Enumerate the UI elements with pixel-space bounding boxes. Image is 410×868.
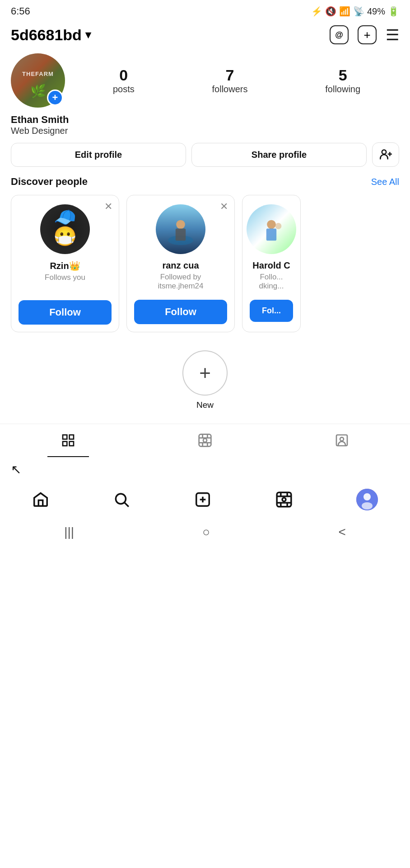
profile-info: Ethan Smith Web Designer [0, 112, 410, 142]
header-username[interactable]: 5d6681bd ▾ [11, 26, 91, 44]
new-story-button[interactable]: + New [11, 350, 399, 410]
profile-name: Ethan Smith [11, 114, 399, 126]
tab-reels[interactable] [184, 429, 226, 452]
following-count: 5 [339, 66, 347, 84]
svg-point-12 [203, 439, 207, 442]
discover-title: Discover people [11, 176, 88, 188]
stat-following[interactable]: 5 following [325, 66, 360, 94]
dropdown-icon[interactable]: ▾ [85, 28, 91, 41]
status-time: 6:56 [11, 5, 30, 17]
add-avatar-badge[interactable]: + [47, 90, 63, 106]
profile-stats: 0 posts 7 followers 5 following [74, 66, 399, 94]
profile-section: + 0 posts 7 followers 5 following [0, 49, 410, 112]
cursor-indicator: ↖ [11, 462, 21, 477]
follow-button-1[interactable]: Follow [19, 300, 112, 325]
nav-search-button[interactable] [113, 491, 130, 508]
cursor-row: ↖ [0, 458, 410, 481]
tab-tagged[interactable] [321, 429, 363, 452]
svg-line-22 [125, 503, 129, 507]
username-text: 5d6681bd [11, 26, 82, 44]
svg-point-35 [363, 493, 371, 500]
system-home-button[interactable]: ○ [202, 525, 210, 539]
svg-point-0 [382, 150, 386, 154]
following-label: following [325, 84, 360, 94]
tab-grid[interactable] [47, 429, 89, 452]
nav-bar [0, 481, 410, 518]
nav-add-button[interactable] [194, 491, 211, 508]
svg-point-20 [340, 437, 344, 441]
battery-label: 49% [367, 6, 385, 17]
add-post-button[interactable]: + [358, 25, 377, 44]
posts-count: 0 [119, 66, 128, 84]
discover-card-3: Harold C Follo...dking... Fol... [242, 195, 301, 332]
header: 5d6681bd ▾ @ + ☰ [0, 21, 410, 49]
share-profile-button[interactable]: Share profile [191, 143, 367, 167]
profile-bio: Web Designer [11, 126, 399, 136]
followers-label: followers [212, 84, 248, 94]
svg-rect-5 [266, 229, 276, 241]
see-all-button[interactable]: See All [371, 177, 399, 187]
mute-icon: 🔇 [325, 6, 336, 17]
stat-posts[interactable]: 0 posts [113, 66, 135, 94]
svg-point-4 [267, 220, 276, 229]
new-story-icon: + [199, 362, 211, 384]
svg-point-2 [176, 220, 185, 229]
nav-reels-button[interactable] [275, 491, 293, 508]
nav-profile-button[interactable] [356, 489, 378, 510]
system-nav: ||| ○ < [0, 518, 410, 543]
followers-count: 7 [226, 66, 234, 84]
header-icons: @ + ☰ [330, 25, 399, 44]
svg-rect-3 [176, 229, 186, 241]
action-buttons: Edit profile Share profile [0, 142, 410, 176]
nav-home-button[interactable] [32, 491, 49, 508]
follow-button-3[interactable]: Fol... [250, 300, 293, 322]
discover-scroll[interactable]: ✕ Rzin👑 Follows you Follow ✕ ranz cua Fo… [0, 195, 410, 341]
system-menu-button[interactable]: ||| [64, 525, 74, 539]
card-sub-1: Follows you [45, 273, 85, 293]
svg-point-6 [275, 223, 281, 229]
discover-card-2: ✕ ranz cua Followed byitsme.jhem24 Follo… [126, 195, 235, 332]
follow-button-2[interactable]: Follow [134, 300, 227, 324]
stories-section: + New [0, 341, 410, 424]
close-card-2[interactable]: ✕ [220, 201, 228, 212]
bluetooth-icon: ⚡ [311, 6, 322, 17]
svg-rect-11 [199, 434, 211, 447]
edit-profile-button[interactable]: Edit profile [11, 143, 186, 167]
card-sub-2: Followed byitsme.jhem24 [158, 273, 203, 292]
system-back-button[interactable]: < [338, 525, 345, 539]
discover-card-1: ✕ Rzin👑 Follows you Follow [11, 195, 119, 332]
status-bar: 6:56 ⚡ 🔇 📶 📡 49% 🔋 [0, 0, 410, 21]
card-avatar-3 [247, 204, 296, 254]
discover-header: Discover people See All [0, 176, 410, 195]
stat-followers[interactable]: 7 followers [212, 66, 248, 94]
posts-label: posts [113, 84, 135, 94]
content-tabs [0, 424, 410, 458]
card-sub-3: Follo...dking... [259, 273, 284, 292]
svg-point-27 [282, 498, 286, 501]
battery-icon: 🔋 [388, 6, 399, 17]
card-avatar-1 [40, 204, 90, 254]
svg-point-21 [116, 494, 126, 504]
card-name-3: Harold C [252, 260, 290, 271]
new-story-circle: + [182, 350, 228, 396]
svg-rect-9 [63, 442, 67, 446]
svg-rect-8 [70, 435, 74, 439]
threads-icon[interactable]: @ [330, 25, 349, 44]
svg-rect-26 [277, 492, 291, 507]
svg-point-36 [362, 502, 373, 509]
avatar-wrapper[interactable]: + [11, 53, 65, 108]
svg-rect-7 [63, 435, 67, 439]
new-story-label: New [196, 400, 214, 410]
svg-rect-10 [70, 442, 74, 446]
add-person-button[interactable] [372, 142, 399, 167]
card-avatar-2 [156, 204, 205, 254]
menu-icon[interactable]: ☰ [386, 26, 399, 44]
card-name-1: Rzin👑 [50, 260, 80, 271]
close-card-1[interactable]: ✕ [104, 201, 112, 212]
card-name-2: ranz cua [162, 260, 199, 271]
signal-icon: 📡 [353, 6, 364, 17]
status-icons: ⚡ 🔇 📶 📡 49% 🔋 [311, 6, 399, 17]
wifi-icon: 📶 [339, 6, 350, 17]
